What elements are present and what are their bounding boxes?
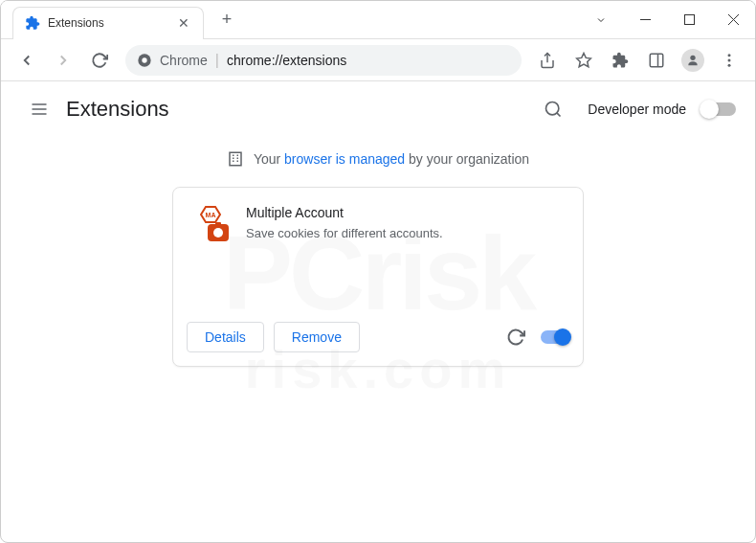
svg-point-12 — [728, 58, 731, 61]
svg-marker-7 — [577, 53, 591, 66]
url-separator: | — [215, 52, 219, 69]
close-tab-icon[interactable]: ✕ — [176, 15, 191, 31]
navigation-toolbar: Chrome | chrome://extensions — [1, 39, 755, 81]
url-path: chrome://extensions — [227, 53, 346, 68]
page-title: Extensions — [66, 97, 169, 122]
maximize-button[interactable] — [667, 6, 711, 34]
puzzle-icon — [25, 15, 40, 31]
address-bar[interactable]: Chrome | chrome://extensions — [125, 45, 522, 76]
building-icon — [227, 150, 244, 168]
forward-button[interactable] — [47, 44, 79, 77]
svg-point-11 — [728, 54, 731, 57]
managed-browser-banner: Your browser is managed by your organiza… — [1, 137, 755, 187]
window-controls — [579, 6, 755, 34]
svg-text:MA: MA — [206, 212, 216, 218]
remove-button[interactable]: Remove — [274, 322, 360, 352]
menu-dots-icon[interactable] — [713, 44, 745, 77]
managed-text: Your browser is managed by your organiza… — [254, 151, 529, 167]
url-scheme-label: Chrome — [160, 53, 208, 68]
svg-point-13 — [728, 63, 731, 66]
content-header: Extensions Developer mode — [1, 81, 755, 137]
managed-prefix: Your — [254, 151, 284, 167]
minimize-button[interactable] — [623, 6, 667, 34]
extension-enable-toggle[interactable] — [541, 330, 569, 344]
managed-suffix: by your organization — [405, 151, 529, 167]
back-button[interactable] — [11, 44, 43, 77]
svg-line-18 — [557, 113, 561, 117]
page-content: Extensions Developer mode Your browser i… — [1, 81, 755, 367]
svg-rect-30 — [215, 222, 221, 226]
extension-name: Multiple Account — [246, 205, 443, 220]
chevron-down-icon[interactable] — [579, 6, 623, 34]
svg-point-29 — [213, 228, 223, 238]
developer-mode-toggle[interactable] — [701, 102, 736, 116]
profile-avatar[interactable] — [677, 44, 709, 77]
details-button[interactable]: Details — [187, 322, 264, 352]
extension-description: Save cookies for different accounts. — [246, 226, 443, 240]
developer-mode-label: Developer mode — [588, 102, 686, 117]
search-icon[interactable] — [534, 90, 572, 128]
new-tab-button[interactable]: + — [213, 7, 240, 34]
chrome-icon — [137, 53, 152, 68]
hamburger-menu-icon[interactable] — [20, 90, 58, 128]
bookmark-star-icon[interactable] — [567, 44, 600, 77]
extensions-icon[interactable] — [604, 44, 636, 77]
svg-rect-8 — [650, 54, 663, 67]
close-button[interactable] — [711, 6, 755, 34]
svg-rect-1 — [684, 15, 694, 25]
side-panel-icon[interactable] — [640, 44, 673, 77]
reload-button[interactable] — [83, 44, 116, 77]
extension-card: MA Multiple Account Save cookies for dif… — [172, 187, 584, 367]
svg-point-17 — [546, 102, 559, 115]
svg-rect-19 — [230, 152, 241, 166]
extension-icon: MA — [190, 205, 229, 243]
svg-point-5 — [142, 57, 146, 62]
svg-point-10 — [690, 55, 695, 59]
tab-title: Extensions — [48, 16, 168, 30]
reload-extension-icon[interactable] — [506, 328, 525, 347]
managed-link[interactable]: browser is managed — [284, 151, 405, 167]
browser-tab[interactable]: Extensions ✕ — [12, 7, 204, 39]
share-icon[interactable] — [531, 44, 564, 77]
title-bar: Extensions ✕ + — [1, 1, 755, 39]
